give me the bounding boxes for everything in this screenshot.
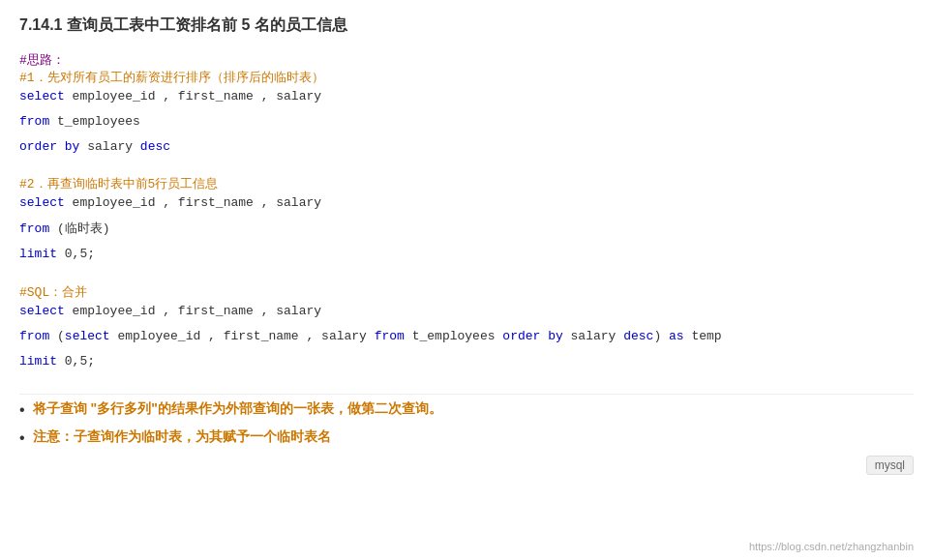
main-container: 7.14.1 查询员工表中工资排名前 5 名的员工信息 #思路： #1．先对所有… <box>0 0 933 560</box>
bullet-text-2: 注意：子查询作为临时表，为其赋予一个临时表名 <box>33 428 331 446</box>
code-2-1: select employee_id , first_name , salary <box>19 192 914 214</box>
bullet-text-1: 将子查询 "多行多列"的结果作为外部查询的一张表，做第二次查询。 <box>33 400 442 418</box>
bullet-dot-1: • <box>19 401 25 419</box>
comment-1-1: #思路： <box>19 51 914 69</box>
code-3-2: from (select employee_id , first_name , … <box>19 326 914 347</box>
code-2-3: limit 0,5; <box>19 244 914 265</box>
code-2-2: from (临时表) <box>19 218 914 240</box>
section-1: #思路： #1．先对所有员工的薪资进行排序（排序后的临时表） select em… <box>19 51 914 158</box>
mysql-badge: mysql <box>866 456 914 475</box>
bullet-dot-2: • <box>19 429 25 447</box>
code-3-3: limit 0,5; <box>19 351 914 372</box>
code-1-1: select employee_id , first_name , salary <box>19 86 914 107</box>
bullet-section: • 将子查询 "多行多列"的结果作为外部查询的一张表，做第二次查询。 • 注意：… <box>19 394 914 447</box>
section-2: #2．再查询临时表中前5行员工信息 select employee_id , f… <box>19 175 914 265</box>
comment-3-1: #SQL：合并 <box>19 283 914 301</box>
bullet-item-2: • 注意：子查询作为临时表，为其赋予一个临时表名 <box>19 428 914 447</box>
section-3: #SQL：合并 select employee_id , first_name … <box>19 283 914 372</box>
code-3-1: select employee_id , first_name , salary <box>19 301 914 322</box>
page-title: 7.14.1 查询员工表中工资排名前 5 名的员工信息 <box>19 15 914 36</box>
bullet-item-1: • 将子查询 "多行多列"的结果作为外部查询的一张表，做第二次查询。 <box>19 400 914 419</box>
code-1-2: from t_employees <box>19 111 914 133</box>
watermark: https://blog.csdn.net/zhangzhanbin <box>749 541 914 552</box>
comment-2-1: #2．再查询临时表中前5行员工信息 <box>19 175 914 192</box>
comment-1-2: #1．先对所有员工的薪资进行排序（排序后的临时表） <box>19 69 914 86</box>
code-1-3: order by salary desc <box>19 136 914 158</box>
